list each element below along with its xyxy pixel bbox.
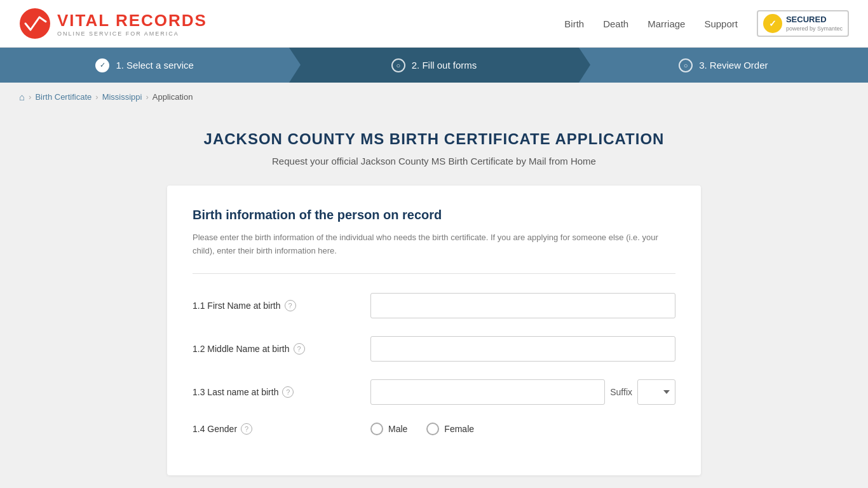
field-row-1-3: 1.3 Last name at birth ? Suffix Jr. Sr. … xyxy=(193,379,675,405)
gender-male-label: Male xyxy=(388,424,407,434)
field-input-area-1-1 xyxy=(370,293,675,318)
form-section-title: Birth information of the person on recor… xyxy=(193,208,675,222)
gender-female-radio[interactable] xyxy=(426,423,439,435)
step2-icon: ○ xyxy=(391,58,405,72)
help-icon-1-2[interactable]: ? xyxy=(294,343,305,355)
gender-options: Male Female xyxy=(370,423,675,435)
step1-label: 1. Select a service xyxy=(116,60,194,71)
suffix-select[interactable]: Jr. Sr. II III IV xyxy=(637,379,675,405)
gender-male-radio[interactable] xyxy=(370,423,383,435)
main-content: JACKSON COUNTY MS BIRTH CERTIFICATE APPL… xyxy=(154,111,714,488)
breadcrumb: ⌂ › Birth Certificate › Mississippi › Ap… xyxy=(0,83,868,111)
field-label-1-1: 1.1 First Name at birth ? xyxy=(193,300,370,311)
norton-check-icon: ✓ xyxy=(763,14,782,33)
field-label-1-2: 1.2 Middle Name at birth ? xyxy=(193,343,370,355)
gender-female-option[interactable]: Female xyxy=(426,423,474,435)
field-label-1-4: 1.4 Gender ? xyxy=(193,423,370,435)
first-name-input[interactable] xyxy=(370,293,675,318)
field-input-area-1-3: Suffix Jr. Sr. II III IV xyxy=(370,379,675,405)
logo-subtitle: ONLINE SERVICE FOR AMERICA xyxy=(57,30,207,37)
progress-step-2[interactable]: ○ 2. Fill out forms xyxy=(289,48,578,83)
help-icon-1-3[interactable]: ? xyxy=(282,386,294,398)
progress-step-3[interactable]: ○ 3. Review Order xyxy=(579,48,868,83)
breadcrumb-current: Application xyxy=(153,92,193,102)
norton-text: SECURED powered by Symantec xyxy=(786,15,843,33)
nav-death[interactable]: Death xyxy=(603,18,628,29)
form-divider xyxy=(193,273,675,274)
suffix-label: Suffix xyxy=(610,387,632,397)
form-card: Birth information of the person on recor… xyxy=(167,186,701,475)
logo-icon xyxy=(19,8,51,39)
site-header: VITAL RECORDS ONLINE SERVICE FOR AMERICA… xyxy=(0,0,868,48)
step3-label: 3. Review Order xyxy=(699,60,768,71)
field-label-1-3: 1.3 Last name at birth ? xyxy=(193,386,370,398)
field-row-1-2: 1.2 Middle Name at birth ? xyxy=(193,336,675,362)
progress-bar: ✓ 1. Select a service ○ 2. Fill out form… xyxy=(0,48,868,83)
page-subtitle: Request your official Jackson County MS … xyxy=(167,156,701,166)
logo: VITAL RECORDS ONLINE SERVICE FOR AMERICA xyxy=(19,8,207,39)
step2-label: 2. Fill out forms xyxy=(412,60,477,71)
field-input-area-1-2 xyxy=(370,336,675,362)
nav-marriage[interactable]: Marriage xyxy=(648,18,685,29)
norton-badge: ✓ SECURED powered by Symantec xyxy=(757,10,849,37)
help-icon-1-4[interactable]: ? xyxy=(241,423,252,435)
step3-icon: ○ xyxy=(679,58,693,72)
progress-step-1[interactable]: ✓ 1. Select a service xyxy=(0,48,289,83)
field-row-1-4: 1.4 Gender ? Male Female xyxy=(193,423,675,435)
breadcrumb-sep1: › xyxy=(29,92,31,102)
breadcrumb-state[interactable]: Mississippi xyxy=(102,92,142,102)
nav-birth[interactable]: Birth xyxy=(564,18,584,29)
form-section-desc: Please enter the birth information of th… xyxy=(193,231,675,258)
logo-text: VITAL RECORDS ONLINE SERVICE FOR AMERICA xyxy=(57,11,207,37)
help-icon-1-1[interactable]: ? xyxy=(285,300,296,311)
nav-support[interactable]: Support xyxy=(704,18,738,29)
breadcrumb-birth-certificate[interactable]: Birth Certificate xyxy=(35,92,92,102)
home-icon[interactable]: ⌂ xyxy=(19,92,25,102)
middle-name-input[interactable] xyxy=(370,336,675,362)
field-row-1-1: 1.1 First Name at birth ? xyxy=(193,293,675,318)
step1-icon: ✓ xyxy=(95,58,109,72)
gender-female-label: Female xyxy=(444,424,474,434)
main-nav: Birth Death Marriage Support ✓ SECURED p… xyxy=(564,10,849,37)
last-name-input[interactable] xyxy=(370,379,605,405)
logo-records-span: RECORDS xyxy=(116,11,207,30)
page-title: JACKSON COUNTY MS BIRTH CERTIFICATE APPL… xyxy=(167,130,701,148)
breadcrumb-sep3: › xyxy=(146,92,148,102)
breadcrumb-sep2: › xyxy=(95,92,98,102)
gender-male-option[interactable]: Male xyxy=(370,423,407,435)
logo-vital-span: VITAL xyxy=(57,11,110,30)
